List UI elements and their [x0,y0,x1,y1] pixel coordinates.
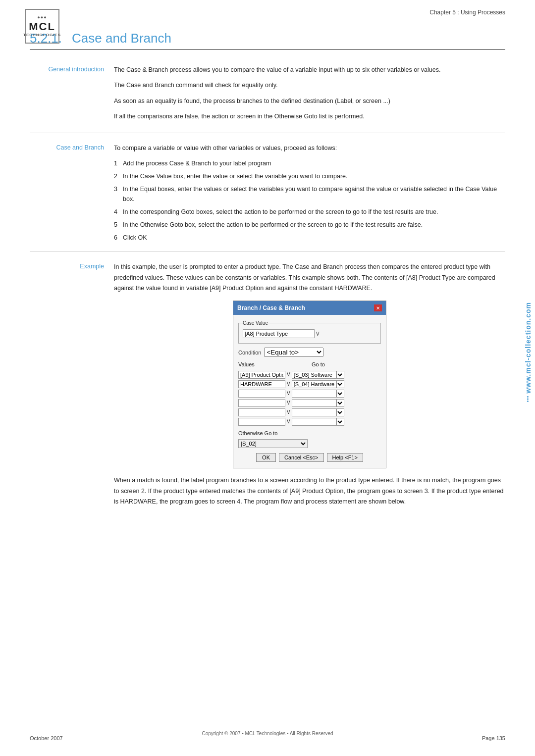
example-para: In this example, the user is prompted to… [114,262,505,294]
condition-label: Condition [238,348,261,357]
step-1: 1 Add the process Case & Branch to your … [114,158,505,168]
branding-url: www.mcl-collection.com [524,302,532,394]
footer-copyright: Copyright © 2007 • MCL Technologies • Al… [202,731,333,736]
value-input-2[interactable] [238,390,285,398]
general-introduction-content: The Case & Branch process allows you to … [114,65,505,127]
section-title: Case and Branch [72,31,171,46]
case-value-input[interactable] [243,329,315,338]
logo-top-text: ●●● [37,15,47,20]
case-and-branch-content: To compare a variable or value with othe… [114,143,505,246]
v-icon-5: V [287,417,290,426]
step-6-num: 6 [114,233,123,243]
condition-row: Condition <Equal to> [238,348,381,357]
dialog-box: Branch / Case & Branch ✕ Case Value V [233,301,386,468]
dialog-body: Case Value V Condition <Equal to> [233,315,386,468]
goto-input-1[interactable] [292,380,336,388]
chapter-label: Chapter 5 : Using Processes [429,9,505,16]
goto-select-3[interactable] [336,399,344,407]
value-input-5[interactable] [238,418,285,426]
logo: ●●● MCL TECHNOLOGIES [25,9,59,44]
case-value-v-indicator: V [316,330,320,338]
example-row: Example In this example, the user is pro… [30,256,505,518]
step-3: 3 In the Equal boxes, enter the values o… [114,184,505,204]
v-icon-0: V [287,370,290,379]
help-button[interactable]: Help <F1> [327,453,363,462]
value-input-0[interactable] [238,371,285,379]
goto-select-5[interactable] [336,418,344,426]
dialog-title: Branch / Case & Branch [237,303,305,313]
goto-select-0[interactable] [336,371,344,379]
title-section: 5.2.1.Case and Branch [30,31,505,54]
step-2-text: In the Case Value box, enter the value o… [123,171,505,181]
dialog-titlebar: Branch / Case & Branch ✕ [233,301,386,315]
right-branding: ••• www.mcl-collection.com [521,297,535,407]
step-1-num: 1 [114,158,123,168]
step-3-text: In the Equal boxes, enter the values or … [123,184,505,204]
values-col-header: Values [238,360,308,369]
case-value-legend: Case Value [243,319,268,327]
cancel-button[interactable]: Cancel <Esc> [279,453,323,462]
post-example-text: When a match is found, the label program… [114,475,505,507]
logo-letters: MCL [29,21,55,33]
step-6: 6 Click OK [114,233,505,243]
step-2: 2 In the Case Value box, enter the value… [114,171,505,181]
example-label: Example [30,262,114,512]
goto-input-0[interactable] [292,371,336,379]
v-icon-3: V [287,399,290,407]
value-row-0: V [238,370,381,379]
v-icon-1: V [287,380,290,388]
condition-select[interactable]: <Equal to> [264,348,323,357]
step-4: 4 In the corresponding Goto boxes, selec… [114,207,505,217]
case-and-branch-label: Case and Branch [30,143,114,246]
branding-dots: ••• [525,394,531,402]
step-5-num: 5 [114,220,123,230]
step-5-text: In the Otherwise Goto box, select the ac… [123,220,505,230]
goto-input-2[interactable] [292,390,336,398]
title-divider [30,49,505,50]
goto-select-4[interactable] [336,408,344,416]
goto-input-4[interactable] [292,408,336,416]
gi-para-3: As soon as an equality is found, the pro… [114,96,505,106]
otherwise-section: Otherwise Go to [S_02] [238,429,381,448]
general-introduction-row: General introduction The Case & Branch p… [30,59,505,133]
otherwise-label: Otherwise Go to [238,429,381,438]
goto-select-1[interactable] [336,380,344,388]
step-6-text: Click OK [123,233,505,243]
v-icon-2: V [287,389,290,398]
footer-page: Page 135 [482,735,505,741]
gi-para-1: The Case & Branch process allows you to … [114,65,505,75]
values-header-row: Values Go to [238,360,381,369]
case-value-row: V [243,329,376,338]
cab-intro: To compare a variable or value with othe… [114,143,505,153]
value-input-1[interactable] [238,380,285,388]
logo-subtext: TECHNOLOGIES [23,33,61,38]
otherwise-select[interactable]: [S_02] [238,439,308,448]
value-row-3: V [238,399,381,407]
value-row-5: V [238,417,381,426]
page-footer: October 2007 Page 135 Copyright © 2007 •… [0,731,535,741]
step-5: 5 In the Otherwise Goto box, select the … [114,220,505,230]
goto-select-2[interactable] [336,390,344,398]
dialog-wrapper: Branch / Case & Branch ✕ Case Value V [114,301,505,468]
goto-input-5[interactable] [292,418,336,426]
dialog-close-button[interactable]: ✕ [374,304,382,311]
general-introduction-label: General introduction [30,65,114,127]
step-4-num: 4 [114,207,123,217]
case-and-branch-row: Case and Branch To compare a variable or… [30,137,505,252]
value-input-3[interactable] [238,399,285,407]
footer-date: October 2007 [30,735,63,741]
v-icon-4: V [287,408,290,416]
step-4-text: In the corresponding Goto boxes, select … [123,207,505,217]
ok-button[interactable]: OK [256,453,276,462]
goto-col-header: Go to [312,360,381,369]
value-row-2: V [238,389,381,398]
value-row-4: V [238,408,381,416]
goto-input-3[interactable] [292,399,336,407]
gi-para-4: If all the comparisons are false, the ac… [114,111,505,122]
value-input-4[interactable] [238,408,285,416]
step-1-text: Add the process Case & Branch to your la… [123,158,505,168]
gi-para-2: The Case and Branch command will check f… [114,80,505,91]
example-content: In this example, the user is prompted to… [114,262,505,512]
step-2-num: 2 [114,171,123,181]
steps-list: 1 Add the process Case & Branch to your … [114,158,505,243]
